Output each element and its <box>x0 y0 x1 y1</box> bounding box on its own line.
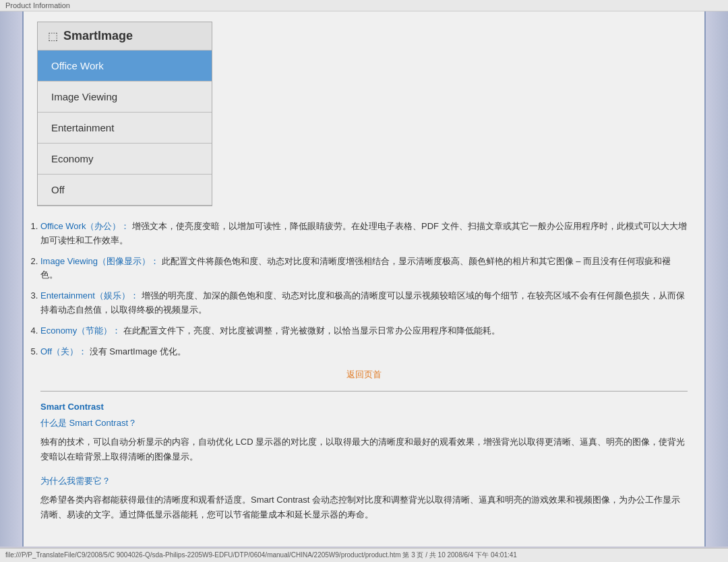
desc-item-2: Image Viewing（图像显示）： 此配置文件将颜色饱和度、动态对比度和清… <box>40 255 688 283</box>
desc-item-5: Off（关）： 没有 SmartImage 优化。 <box>40 345 688 359</box>
smart-contrast-subtitle2: 为什么我需要它？ <box>40 475 688 487</box>
return-top-link[interactable]: 返回页首 <box>346 369 382 379</box>
smart-contrast-subtitle1: 什么是 Smart Contrast？ <box>40 417 688 429</box>
smart-contrast-body1: 独有的技术，可以自动分析显示的内容，自动优化 LCD 显示器的对比度，以取得最大… <box>40 435 688 464</box>
bottom-bar-text: file:///P/P_TranslateFile/C9/2008/5/C 90… <box>5 551 517 559</box>
bottom-bar: file:///P/P_TranslateFile/C9/2008/5/C 90… <box>0 548 728 562</box>
smart-contrast-section: Smart Contrast 什么是 Smart Contrast？ 独有的技术… <box>40 402 688 522</box>
content-area: ⬚ SmartImage Office Work Image Viewing E… <box>24 11 704 547</box>
smart-image-icon: ⬚ <box>48 30 58 42</box>
left-sidebar <box>0 11 24 547</box>
menu-item-office-work[interactable]: Office Work <box>38 51 212 82</box>
smart-image-box: ⬚ SmartImage Office Work Image Viewing E… <box>37 22 212 206</box>
desc-item-4: Economy（节能）： 在此配置文件下，亮度、对比度被调整，背光被微财，以恰当… <box>40 324 688 338</box>
menu-item-image-viewing[interactable]: Image Viewing <box>38 82 212 113</box>
menu-item-entertainment[interactable]: Entertainment <box>38 113 212 144</box>
smart-contrast-title: Smart Contrast <box>40 402 688 412</box>
desc-item-1: Office Work（办公）： 增强文本，使亮度变暗，以增加可读性，降低眼睛疲… <box>40 220 688 248</box>
entertainment-link[interactable]: Entertainment（娱乐）： <box>40 290 142 301</box>
office-work-link[interactable]: Office Work（办公）： <box>40 221 132 231</box>
smart-image-title: SmartImage <box>63 29 133 43</box>
smart-contrast-body2: 您希望各类内容都能获得最佳的清晰度和观看舒适度。Smart Contrast 会… <box>40 493 688 522</box>
main-layout: ⬚ SmartImage Office Work Image Viewing E… <box>0 11 728 547</box>
menu-item-off[interactable]: Off <box>38 175 212 206</box>
image-viewing-link[interactable]: Image Viewing（图像显示）： <box>40 256 162 266</box>
desc-item-3: Entertainment（娱乐）： 增强的明亮度、加深的颜色饱和度、动态对比度… <box>40 289 688 317</box>
smart-image-header: ⬚ SmartImage <box>38 22 212 51</box>
off-link[interactable]: Off（关）： <box>40 346 90 356</box>
top-bar: Product Information <box>0 0 728 11</box>
description-list: Office Work（办公）： 增强文本，使亮度变暗，以增加可读性，降低眼睛疲… <box>40 220 688 358</box>
right-sidebar <box>704 11 728 547</box>
divider-1 <box>40 391 688 392</box>
return-link-container: 返回页首 <box>40 369 688 381</box>
menu-item-economy[interactable]: Economy <box>38 144 212 175</box>
description-section: Office Work（办公）： 增强文本，使亮度变暗，以增加可读性，降低眼睛疲… <box>37 220 691 522</box>
economy-link[interactable]: Economy（节能）： <box>40 325 123 336</box>
top-bar-label: Product Information <box>5 1 70 9</box>
